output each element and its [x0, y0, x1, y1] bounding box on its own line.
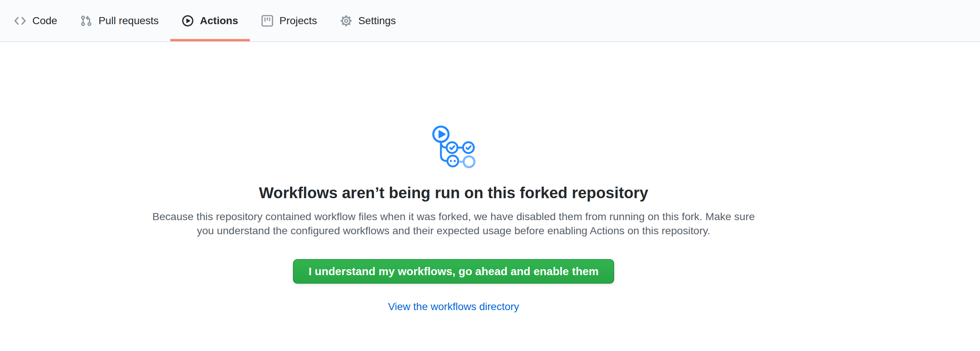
tab-label: Settings — [358, 16, 396, 26]
blankslate-title: Workflows aren’t being run on this forke… — [0, 183, 943, 203]
actions-blankslate: Workflows aren’t being run on this forke… — [0, 125, 943, 313]
tab-label: Pull requests — [99, 16, 159, 26]
tab-label: Projects — [280, 16, 317, 26]
tab-pull-requests[interactable]: Pull requests — [69, 0, 170, 41]
repo-tab-nav: Code Pull requests Actions — [0, 0, 980, 42]
code-icon — [14, 15, 26, 27]
play-circle-icon — [182, 15, 194, 27]
gear-icon — [340, 15, 352, 27]
tab-actions[interactable]: Actions — [170, 0, 250, 41]
tab-label: Actions — [200, 16, 238, 26]
tab-label: Code — [32, 16, 57, 26]
tab-settings[interactable]: Settings — [329, 0, 407, 41]
button-row: I understand my workflows, go ahead and … — [0, 238, 943, 284]
view-workflows-directory-link[interactable]: View the workflows directory — [0, 301, 943, 313]
blankslate-description: Because this repository contained workfl… — [151, 209, 757, 238]
workflow-graph-icon — [431, 125, 477, 169]
tab-projects[interactable]: Projects — [250, 0, 329, 41]
tab-code[interactable]: Code — [3, 0, 69, 41]
git-pull-request-icon — [80, 15, 92, 27]
project-icon — [261, 15, 273, 27]
enable-workflows-button[interactable]: I understand my workflows, go ahead and … — [293, 259, 614, 284]
